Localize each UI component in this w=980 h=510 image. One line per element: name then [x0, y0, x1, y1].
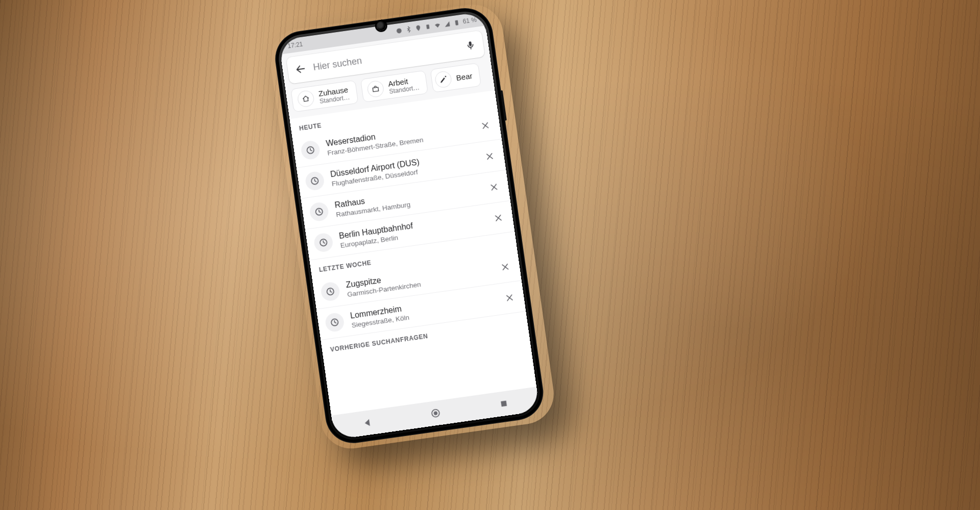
voice-search-button[interactable]	[463, 38, 478, 53]
nav-back-button[interactable]	[359, 415, 376, 431]
clock-icon	[309, 201, 330, 222]
arrow-left-icon	[295, 63, 307, 75]
delete-button[interactable]	[474, 114, 497, 137]
bluetooth-icon	[405, 26, 412, 33]
delete-button[interactable]	[494, 256, 517, 278]
clock-icon	[320, 281, 341, 302]
wifi-icon	[433, 21, 441, 29]
home-icon	[297, 90, 315, 108]
delete-button[interactable]	[487, 207, 510, 230]
chip-edit[interactable]: Bear	[430, 63, 481, 93]
clock-icon	[324, 312, 345, 333]
status-time: 17:21	[287, 41, 303, 50]
svg-rect-2	[455, 20, 458, 25]
back-button[interactable]	[293, 62, 308, 76]
svg-point-10	[433, 411, 437, 415]
close-icon	[488, 182, 500, 193]
close-icon	[500, 261, 511, 273]
nav-home-button[interactable]	[428, 405, 444, 421]
briefcase-icon	[366, 80, 385, 98]
vibrate-icon	[424, 23, 432, 31]
close-icon	[480, 120, 492, 132]
nav-recents-button[interactable]	[496, 396, 512, 412]
delete-button[interactable]	[482, 175, 505, 198]
delete-button[interactable]	[478, 145, 501, 168]
battery-icon	[453, 19, 460, 27]
clock-icon	[313, 232, 334, 253]
close-icon	[493, 212, 504, 224]
close-icon	[484, 150, 496, 162]
svg-rect-1	[426, 24, 430, 29]
clock-icon	[304, 170, 325, 191]
svg-rect-11	[501, 401, 507, 407]
delete-button[interactable]	[498, 286, 521, 309]
close-icon	[504, 292, 516, 304]
chip-edit-label: Bear	[456, 71, 473, 82]
history-list[interactable]: Heute Weserstadion Franz-Böhmert-Straße,…	[289, 90, 536, 416]
wood-background: 17:21 61 %	[0, 0, 980, 510]
status-battery-text: 61 %	[462, 16, 477, 26]
microphone-icon	[464, 39, 476, 51]
square-recents-icon	[499, 398, 509, 409]
signal-icon	[443, 20, 451, 28]
triangle-back-icon	[361, 417, 373, 429]
location-icon	[414, 24, 422, 32]
svg-point-0	[396, 28, 402, 33]
circle-home-icon	[429, 407, 442, 420]
pencil-icon	[434, 70, 452, 89]
dnd-icon	[395, 27, 403, 35]
clock-icon	[300, 140, 321, 161]
